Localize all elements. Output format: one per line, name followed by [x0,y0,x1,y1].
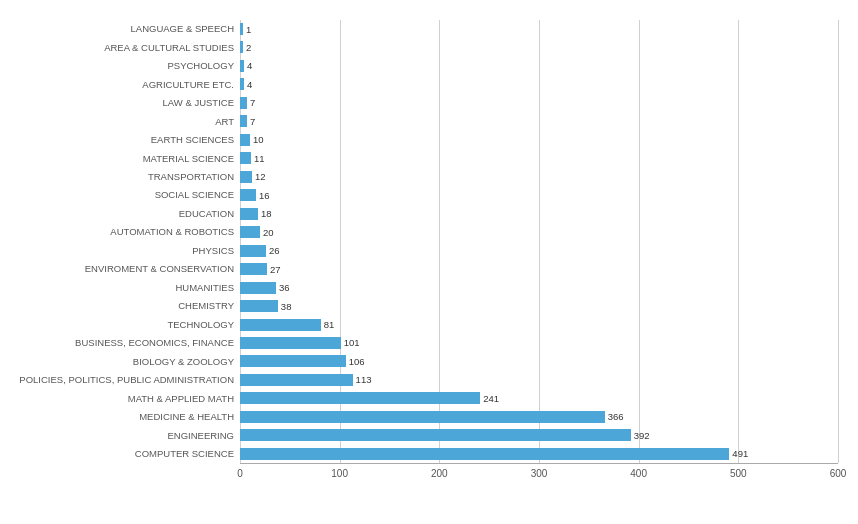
bar-value: 241 [483,393,499,404]
bar [240,245,266,257]
bar-row: 1 [240,20,838,38]
bar-value: 4 [247,79,252,90]
y-label: MATERIAL SCIENCE [143,149,234,167]
bar [240,152,251,164]
x-tick: 500 [730,468,747,479]
chart-container: LANGUAGE & SPEECHAREA & CULTURAL STUDIES… [0,0,858,524]
bar [240,189,256,201]
y-label: MEDICINE & HEALTH [139,408,234,426]
bar [240,78,244,90]
y-axis-labels: LANGUAGE & SPEECHAREA & CULTURAL STUDIES… [10,20,240,463]
bar [240,411,605,423]
bar-row: 18 [240,205,838,223]
bar-row: 81 [240,316,838,334]
bar [240,60,244,72]
x-tick: 200 [431,468,448,479]
bar-value: 16 [259,190,270,201]
y-label: POLICIES, POLITICS, PUBLIC ADMINISTRATIO… [19,371,234,389]
bar-row: 7 [240,94,838,112]
bar-value: 392 [634,430,650,441]
y-label: EDUCATION [179,205,234,223]
bar [240,41,243,53]
bar [240,171,252,183]
bar-row: 16 [240,186,838,204]
chart-area: LANGUAGE & SPEECHAREA & CULTURAL STUDIES… [10,20,838,463]
bar-row: 101 [240,334,838,352]
bar [240,134,250,146]
y-label: TECHNOLOGY [167,316,234,334]
bar-row: 27 [240,260,838,278]
x-tick: 400 [630,468,647,479]
grid-line [838,20,839,463]
bar-value: 106 [349,356,365,367]
x-axis: 0100200300400500600 [240,468,838,484]
x-tick: 600 [830,468,847,479]
bar-row: 2 [240,38,838,56]
bar [240,23,243,35]
x-tick: 100 [331,468,348,479]
bar-value: 366 [608,411,624,422]
bar-value: 7 [250,116,255,127]
bar-row: 491 [240,445,838,463]
bar-value: 18 [261,208,272,219]
bar-row: 106 [240,352,838,370]
bar-value: 27 [270,264,281,275]
y-label: AUTOMATION & ROBOTICS [110,223,234,241]
y-label: ENVIROMENT & CONSERVATION [85,260,234,278]
bar-row: 392 [240,426,838,444]
y-label: COMPUTER SCIENCE [135,445,234,463]
bar [240,429,631,441]
y-label: PHYSICS [192,242,234,260]
bar [240,355,346,367]
y-label: LANGUAGE & SPEECH [131,20,234,38]
bar-value: 101 [344,337,360,348]
y-label: BUSINESS, ECONOMICS, FINANCE [75,334,234,352]
bar-value: 10 [253,134,264,145]
bar-row: 10 [240,131,838,149]
bar-value: 26 [269,245,280,256]
bar-row: 113 [240,371,838,389]
bar-row: 26 [240,242,838,260]
bar-row: 20 [240,223,838,241]
bar-value: 12 [255,171,266,182]
bar-value: 38 [281,301,292,312]
x-tick: 300 [531,468,548,479]
bar [240,208,258,220]
y-label: BIOLOGY & ZOOLOGY [133,352,234,370]
bar [240,263,267,275]
y-label: LAW & JUSTICE [163,94,234,112]
y-label: SOCIAL SCIENCE [155,186,234,204]
bar-value: 1 [246,24,251,35]
bars-area: 1244771011121618202627363881101106113241… [240,20,838,463]
bar-row: 7 [240,112,838,130]
bar [240,337,341,349]
y-label: AREA & CULTURAL STUDIES [104,38,234,56]
bar-row: 38 [240,297,838,315]
bar-row: 12 [240,168,838,186]
y-label: MATH & APPLIED MATH [128,389,234,407]
bar-row: 11 [240,149,838,167]
x-axis-line [240,463,838,464]
y-label: CHEMISTRY [178,297,234,315]
bar-value: 36 [279,282,290,293]
bar [240,392,480,404]
bar-value: 113 [356,374,372,385]
bar [240,374,353,386]
bar-value: 11 [254,153,265,164]
y-label: ENGINEERING [167,426,234,444]
bar-value: 2 [246,42,251,53]
y-label: HUMANITIES [175,279,234,297]
bar [240,448,729,460]
bar [240,97,247,109]
bar [240,300,278,312]
x-tick: 0 [237,468,243,479]
bar-value: 20 [263,227,274,238]
y-label: ART [215,112,234,130]
bar-row: 36 [240,279,838,297]
bar-value: 4 [247,60,252,71]
y-label: AGRICULTURE ETC. [142,75,234,93]
bar-row: 366 [240,408,838,426]
bar-row: 4 [240,57,838,75]
y-label: EARTH SCIENCES [151,131,234,149]
bar-value: 491 [732,448,748,459]
